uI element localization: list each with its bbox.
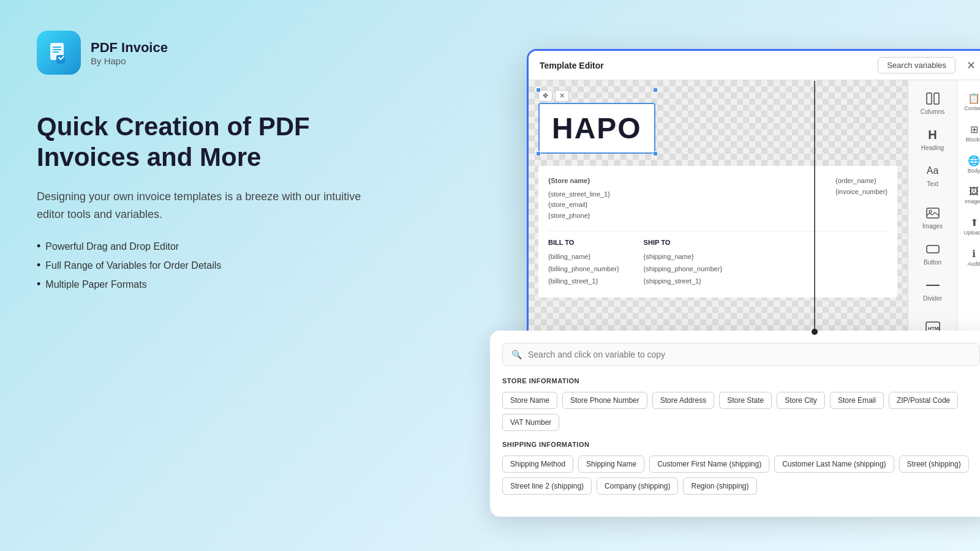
ship-to-heading: SHIP TO bbox=[644, 239, 722, 246]
body-icon-item[interactable]: 🌐 Body bbox=[959, 150, 980, 179]
sub-text: Designing your own invoice templates is … bbox=[37, 188, 380, 223]
variables-panel: 🔍 STORE INFORMATION Store Name Store Pho… bbox=[490, 331, 980, 517]
sidebar-columns[interactable]: Columns bbox=[911, 85, 954, 120]
app-icon bbox=[37, 31, 81, 75]
editor-title: Template Editor bbox=[540, 61, 604, 70]
content-label: Content bbox=[964, 105, 980, 111]
divider-icon bbox=[923, 277, 943, 294]
var-zip-code[interactable]: ZIP/Postal Code bbox=[889, 392, 958, 409]
var-shipping-name[interactable]: Shipping Name bbox=[578, 455, 644, 473]
var-store-city[interactable]: Store City bbox=[777, 392, 825, 409]
app-name: PDF Invoice bbox=[91, 40, 168, 56]
svg-rect-3 bbox=[53, 51, 59, 53]
store-details: {Store name} {store_street_line_1} {stor… bbox=[548, 176, 610, 221]
uploads-label: Uploads bbox=[963, 230, 980, 236]
logo-block-container: ✥ ✕ HAPO bbox=[538, 90, 655, 154]
left-panel: PDF Invoice By Hapo Quick Creation of PD… bbox=[37, 31, 380, 291]
var-shipping-method[interactable]: Shipping Method bbox=[502, 455, 573, 473]
template-editor: Template Editor Search variables ✕ ✥ ✕ H… bbox=[527, 49, 980, 355]
logo-block: HAPO bbox=[538, 103, 655, 154]
images-icon bbox=[923, 204, 943, 222]
shipping-info-title: SHIPPING INFORMATION bbox=[502, 441, 980, 448]
svg-point-8 bbox=[929, 210, 932, 212]
var-customer-first-name[interactable]: Customer First Name (shipping) bbox=[649, 455, 769, 473]
var-vat-number[interactable]: VAT Number bbox=[502, 414, 559, 431]
resize-tl[interactable] bbox=[536, 88, 541, 92]
search-variables-button[interactable]: Search variables bbox=[878, 57, 956, 73]
street-var: {store_street_line_1} bbox=[548, 189, 610, 200]
heading-label: Heading bbox=[921, 144, 944, 151]
var-street-shipping[interactable]: Street (shipping) bbox=[899, 455, 969, 473]
text-label: Text bbox=[927, 181, 938, 187]
button-label: Button bbox=[924, 259, 941, 266]
svg-rect-1 bbox=[53, 47, 61, 48]
resize-tr[interactable] bbox=[653, 88, 658, 92]
var-store-email[interactable]: Store Email bbox=[830, 392, 884, 409]
text-icon: Aa bbox=[923, 162, 943, 179]
blocks-label: Blocks bbox=[966, 137, 980, 143]
var-store-state[interactable]: Store State bbox=[719, 392, 772, 409]
var-search-bar[interactable]: 🔍 bbox=[502, 343, 980, 366]
button-icon bbox=[923, 241, 943, 258]
sidebar-images[interactable]: Images bbox=[911, 200, 954, 234]
uploads-icon-item[interactable]: ⬆ Uploads bbox=[959, 212, 980, 241]
order-name-var: {order_name} bbox=[835, 176, 888, 187]
editor-body: ✥ ✕ HAPO {Store name} {store_street_line… bbox=[529, 80, 980, 352]
body-label: Body bbox=[968, 168, 980, 174]
editor-canvas[interactable]: ✥ ✕ HAPO {Store name} {store_street_line… bbox=[529, 80, 907, 352]
resize-bl[interactable] bbox=[536, 151, 541, 156]
divider-label: Divider bbox=[923, 295, 942, 302]
sidebar-button[interactable]: Button bbox=[911, 236, 954, 271]
shipping-phone: {shipping_phone_number} bbox=[644, 263, 722, 276]
var-store-phone[interactable]: Store Phone Number bbox=[562, 392, 647, 409]
shipping-street: {shipping_street_1} bbox=[644, 276, 722, 288]
images-right-icon-item[interactable]: 🖼 Images bbox=[959, 181, 980, 209]
var-customer-last-name[interactable]: Customer Last Name (shipping) bbox=[774, 455, 894, 473]
app-by: By Hapo bbox=[91, 56, 168, 66]
body-icon: 🌐 bbox=[968, 155, 980, 167]
audit-icon-item[interactable]: ℹ Audit bbox=[959, 243, 980, 272]
order-info: {order_name} {invoice_number} bbox=[835, 176, 888, 221]
var-store-address[interactable]: Store Address bbox=[652, 392, 714, 409]
email-var: {store_email} bbox=[548, 200, 610, 211]
var-search-input[interactable] bbox=[528, 350, 971, 359]
logo-toolbar: ✥ ✕ bbox=[538, 90, 655, 102]
var-company-shipping[interactable]: Company (shipping) bbox=[597, 478, 678, 495]
store-name-var: {Store name} bbox=[548, 176, 610, 187]
var-search-icon: 🔍 bbox=[511, 350, 522, 359]
uploads-icon: ⬆ bbox=[970, 217, 978, 228]
blocks-icon: ⊞ bbox=[970, 124, 978, 135]
delete-tool[interactable]: ✕ bbox=[555, 90, 569, 102]
blocks-icon-item[interactable]: ⊞ Blocks bbox=[959, 119, 980, 148]
billing-name: {billing_name} bbox=[548, 251, 619, 263]
sidebar-divider[interactable]: Divider bbox=[911, 272, 954, 307]
main-heading: Quick Creation of PDF Invoices and More bbox=[37, 111, 380, 173]
var-store-name[interactable]: Store Name bbox=[502, 392, 557, 409]
svg-rect-9 bbox=[927, 246, 939, 253]
var-street-line2-shipping[interactable]: Street line 2 (shipping) bbox=[502, 478, 592, 495]
editor-close-button[interactable]: ✕ bbox=[963, 58, 979, 73]
audit-icon: ℹ bbox=[972, 248, 976, 260]
var-region-shipping[interactable]: Region (shipping) bbox=[683, 478, 756, 495]
shipping-name: {shipping_name} bbox=[644, 251, 722, 263]
images-label: Images bbox=[922, 223, 943, 230]
shipping-info-section: SHIPPING INFORMATION Shipping Method Shi… bbox=[502, 441, 980, 495]
ship-to-col: SHIP TO {shipping_name} {shipping_phone_… bbox=[644, 239, 722, 287]
invoice-content: {Store name} {store_street_line_1} {stor… bbox=[538, 166, 897, 298]
images-right-label: Images bbox=[965, 198, 980, 204]
invoice-number-var: {invoice_number} bbox=[835, 187, 888, 198]
sidebar-text[interactable]: Aa Text bbox=[911, 157, 954, 192]
store-tags: Store Name Store Phone Number Store Addr… bbox=[502, 392, 980, 431]
billing-street: {billing_street_1} bbox=[548, 276, 619, 288]
store-info-title: STORE INFORMATION bbox=[502, 377, 980, 384]
sidebar-heading[interactable]: H Heading bbox=[911, 121, 954, 156]
billing-phone: {billing_phone_number} bbox=[548, 263, 619, 276]
content-icon: 📋 bbox=[968, 92, 980, 104]
search-variables-label: Search variables bbox=[887, 61, 946, 70]
images-right-icon: 🖼 bbox=[969, 186, 979, 197]
content-icon-item[interactable]: 📋 Content bbox=[959, 88, 980, 116]
resize-br[interactable] bbox=[653, 151, 658, 156]
store-info-section: STORE INFORMATION Store Name Store Phone… bbox=[502, 377, 980, 431]
svg-rect-2 bbox=[53, 49, 61, 50]
editor-header: Template Editor Search variables ✕ bbox=[529, 51, 980, 80]
